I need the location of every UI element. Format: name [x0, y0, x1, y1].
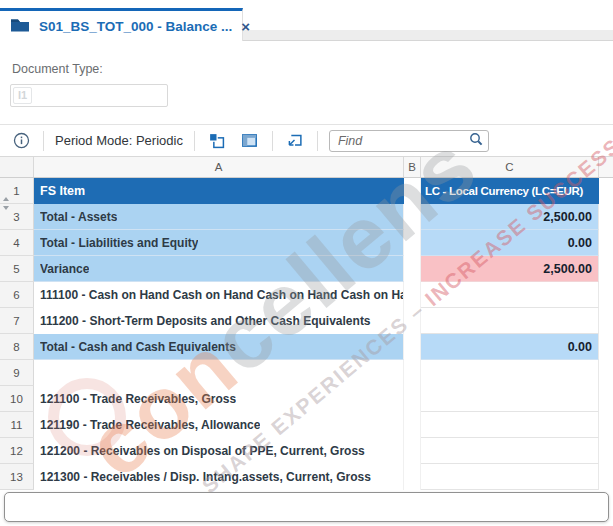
- fs-item-cell[interactable]: Total - Cash and Cash Equivalents: [34, 334, 404, 360]
- tab-title: S01_BS_TOT_000 - Balance ...: [39, 19, 232, 34]
- table-row: 9: [0, 360, 613, 386]
- row-number[interactable]: 4: [0, 230, 34, 256]
- formula-input-bar[interactable]: [4, 492, 609, 522]
- value-cell[interactable]: 2,500.00: [421, 204, 599, 230]
- value-cell[interactable]: [421, 308, 599, 334]
- spacer-cell[interactable]: [404, 334, 421, 360]
- fs-item-cell[interactable]: 121300 - Receivables / Disp. Intang.asse…: [34, 464, 404, 490]
- search-icon[interactable]: [468, 131, 484, 151]
- tab-bar: S01_BS_TOT_000 - Balance ... ×: [0, 8, 613, 41]
- row-number[interactable]: 10: [0, 386, 34, 412]
- grid-corner[interactable]: [0, 157, 34, 177]
- spacer-cell[interactable]: [404, 308, 421, 334]
- column-header-b[interactable]: B: [404, 157, 421, 177]
- row-margin: [599, 360, 613, 386]
- fs-item-cell[interactable]: Total - Liabilities and Equity: [34, 230, 404, 256]
- spacer-cell[interactable]: [404, 282, 421, 308]
- row-margin: [599, 412, 613, 438]
- spacer-cell[interactable]: [404, 386, 421, 412]
- table-row: 6 111100 - Cash on Hand Cash on Hand Cas…: [0, 282, 613, 308]
- row-number[interactable]: 5: [0, 256, 34, 282]
- value-cell[interactable]: 0.00: [421, 230, 599, 256]
- spacer-cell[interactable]: [404, 438, 421, 464]
- spacer-cell[interactable]: [404, 178, 421, 204]
- row-margin: [599, 230, 613, 256]
- spacer-cell[interactable]: [404, 230, 421, 256]
- row-number[interactable]: 12: [0, 438, 34, 464]
- table-row: 5 Variance 2,500.00: [0, 256, 613, 282]
- column-header-margin: [599, 157, 613, 177]
- value-cell[interactable]: 0.00: [421, 334, 599, 360]
- spacer-cell[interactable]: [404, 464, 421, 490]
- value-cell[interactable]: [421, 360, 599, 386]
- toolbar-separator: [194, 131, 195, 151]
- row-margin: [599, 178, 613, 204]
- folder-icon: [10, 17, 30, 36]
- hidden-rows-indicator[interactable]: [3, 206, 9, 210]
- period-mode-label: Period Mode: Periodic: [55, 133, 183, 148]
- fs-item-cell[interactable]: 121190 - Trade Receivables, Allowance: [34, 412, 404, 438]
- spacer-cell[interactable]: [404, 256, 421, 282]
- find-input[interactable]: [338, 134, 468, 148]
- hidden-rows-indicator[interactable]: [3, 197, 9, 201]
- row-margin: [599, 204, 613, 230]
- column-letters-row: A B C: [0, 157, 613, 178]
- document-type-input[interactable]: I1: [10, 84, 168, 107]
- row-number[interactable]: 13: [0, 464, 34, 490]
- row-margin: [599, 308, 613, 334]
- row-margin: [599, 438, 613, 464]
- value-cell[interactable]: [421, 282, 599, 308]
- fs-item-cell[interactable]: 111200 - Short-Term Deposits and Other C…: [34, 308, 404, 334]
- row-number[interactable]: 3: [0, 204, 34, 230]
- value-cell[interactable]: [421, 464, 599, 490]
- row-number[interactable]: 1: [0, 178, 34, 204]
- table-row: 11 121190 - Trade Receivables, Allowance: [0, 412, 613, 438]
- fs-item-header-cell[interactable]: FS Item: [34, 178, 404, 204]
- row-number[interactable]: 9: [0, 360, 34, 386]
- spacer-cell[interactable]: [404, 360, 421, 386]
- row-margin: [599, 282, 613, 308]
- row-number[interactable]: 6: [0, 282, 34, 308]
- value-cell[interactable]: 2,500.00: [421, 256, 599, 282]
- row-number[interactable]: 7: [0, 308, 34, 334]
- tab-balance-sheet[interactable]: S01_BS_TOT_000 - Balance ... ×: [0, 8, 243, 41]
- column-header-a[interactable]: A: [34, 157, 404, 177]
- column-header-c[interactable]: C: [421, 157, 599, 177]
- table-row: 3 Total - Assets 2,500.00: [0, 204, 613, 230]
- balance-sheet-grid: A B C 1 FS Item LC - Local Currency (LC=…: [0, 157, 613, 490]
- value-cell[interactable]: [421, 412, 599, 438]
- table-row: 13 121300 - Receivables / Disp. Intang.a…: [0, 464, 613, 490]
- value-cell[interactable]: [421, 386, 599, 412]
- row-margin: [599, 334, 613, 360]
- row-number[interactable]: 11: [0, 412, 34, 438]
- fs-item-cell[interactable]: [34, 360, 404, 386]
- close-icon[interactable]: ×: [241, 19, 250, 34]
- document-type-token[interactable]: I1: [13, 87, 32, 104]
- table-view-icon[interactable]: [239, 130, 261, 152]
- jump-to-icon[interactable]: [284, 130, 306, 152]
- table-row: 4 Total - Liabilities and Equity 0.00: [0, 230, 613, 256]
- spacer-cell[interactable]: [404, 204, 421, 230]
- app-window: S01_BS_TOT_000 - Balance ... × Document …: [0, 0, 613, 526]
- toolbar-separator: [43, 131, 44, 151]
- table-row: 7 111200 - Short-Term Deposits and Other…: [0, 308, 613, 334]
- table-row: 10 121100 - Trade Receivables, Gross: [0, 386, 613, 412]
- row-margin: [599, 256, 613, 282]
- spacer-cell[interactable]: [404, 412, 421, 438]
- split-panel-icon[interactable]: [206, 130, 228, 152]
- fs-item-cell[interactable]: 121100 - Trade Receivables, Gross: [34, 386, 404, 412]
- table-row: 12 121200 - Receivables on Disposal of P…: [0, 438, 613, 464]
- toolbar-separator: [317, 131, 318, 151]
- value-cell[interactable]: [421, 438, 599, 464]
- row-margin: [599, 386, 613, 412]
- document-type-label: Document Type:: [12, 62, 103, 76]
- local-currency-header-cell[interactable]: LC - Local Currency (LC=EUR): [421, 178, 599, 204]
- fs-item-cell[interactable]: Variance: [34, 256, 404, 282]
- fs-item-cell[interactable]: 111100 - Cash on Hand Cash on Hand Cash …: [34, 282, 404, 308]
- find-search-box[interactable]: [329, 130, 489, 152]
- table-header-row: 1 FS Item LC - Local Currency (LC=EUR): [0, 178, 613, 204]
- fs-item-cell[interactable]: 121200 - Receivables on Disposal of PPE,…: [34, 438, 404, 464]
- info-icon[interactable]: [10, 130, 32, 152]
- row-number[interactable]: 8: [0, 334, 34, 360]
- fs-item-cell[interactable]: Total - Assets: [34, 204, 404, 230]
